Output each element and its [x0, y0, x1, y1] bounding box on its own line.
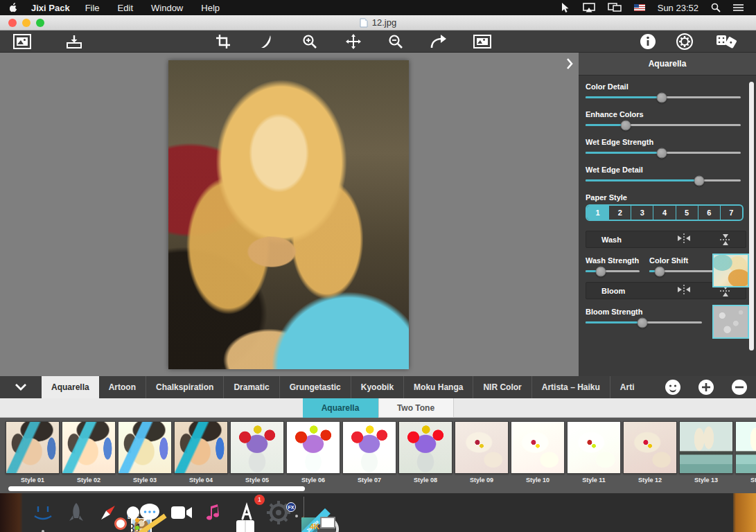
- subtab-aquarella[interactable]: Aquarella: [303, 398, 378, 418]
- close-window-button[interactable]: [8, 19, 17, 27]
- app-menu-title[interactable]: Jixi Pack: [31, 3, 70, 13]
- airplay-display-icon[interactable]: [583, 3, 595, 12]
- tab-arti-truncated[interactable]: Arti: [610, 376, 644, 398]
- tab-artista-haiku[interactable]: Artista – Haiku: [532, 376, 610, 398]
- notification-center-icon[interactable]: [733, 3, 744, 12]
- dock-finder-icon[interactable]: [28, 497, 58, 528]
- tab-artoon[interactable]: Artoon: [99, 376, 146, 398]
- window-title-bar[interactable]: 12.jpg: [0, 15, 756, 30]
- edited-photo-watercolor-portrait[interactable]: [168, 60, 409, 369]
- crop-tool-button[interactable]: [211, 32, 235, 51]
- paper-style-option-3[interactable]: 3: [631, 206, 653, 220]
- remove-pack-button[interactable]: [723, 376, 756, 398]
- share-redo-button[interactable]: [427, 32, 450, 51]
- styles-horizontal-scrollbar[interactable]: [8, 486, 305, 491]
- paper-style-option-5[interactable]: 5: [676, 206, 698, 220]
- color-detail-slider-thumb[interactable]: [656, 92, 667, 103]
- wash-texture-preview[interactable]: [712, 254, 749, 287]
- wash-collapse-vertical-icon[interactable]: [720, 233, 731, 246]
- panel-collapse-chevron-icon[interactable]: [566, 58, 573, 69]
- random-dice-button[interactable]: [714, 32, 738, 51]
- wet-edge-detail-slider[interactable]: [586, 179, 741, 181]
- style-preset-08[interactable]: Style 08: [398, 421, 452, 484]
- menu-edit[interactable]: Edit: [118, 3, 133, 13]
- paper-style-option-7[interactable]: 7: [720, 206, 742, 220]
- pointer-icon[interactable]: [561, 3, 570, 13]
- bloom-collapse-horizontal-icon[interactable]: [677, 285, 691, 297]
- strip-collapse-chevron-button[interactable]: [0, 376, 42, 398]
- subtab-two-tone[interactable]: Two Tone: [378, 398, 454, 418]
- wash-section-bar[interactable]: Wash: [586, 231, 746, 248]
- menu-window[interactable]: Window: [151, 3, 183, 13]
- paper-style-segmented-control: 1 2 3 4 5 6 7: [586, 204, 744, 221]
- dock-messages-icon[interactable]: [134, 497, 165, 528]
- move-tool-button[interactable]: [342, 32, 365, 51]
- zoom-in-button[interactable]: [298, 32, 322, 51]
- zoom-window-button[interactable]: [36, 19, 44, 27]
- add-pack-button[interactable]: [689, 376, 723, 398]
- panel-scrollbar[interactable]: [749, 82, 754, 351]
- bloom-strength-slider-thumb[interactable]: [638, 317, 648, 328]
- tab-kyoobik[interactable]: Kyoobik: [351, 376, 404, 398]
- wet-edge-strength-slider[interactable]: [586, 152, 741, 154]
- menu-file[interactable]: File: [85, 3, 100, 13]
- displays-icon[interactable]: [608, 3, 622, 12]
- wash-strength-slider-thumb[interactable]: [595, 266, 606, 276]
- paper-style-option-1[interactable]: 1: [587, 206, 608, 220]
- color-detail-slider[interactable]: [586, 96, 741, 98]
- enhance-colors-slider-thumb[interactable]: [621, 120, 631, 130]
- tab-dramatic[interactable]: Dramatic: [224, 376, 279, 398]
- menu-help[interactable]: Help: [201, 3, 220, 13]
- app-store-badge: 1: [254, 495, 265, 505]
- wet-edge-strength-slider-thumb[interactable]: [656, 148, 667, 158]
- style-preset-10[interactable]: Style 10: [511, 421, 565, 484]
- paper-style-option-4[interactable]: 4: [653, 206, 675, 220]
- main-workspace: Aquarella Color Detail Enhance Colors We…: [0, 53, 756, 376]
- style-preset-07[interactable]: Style 07: [342, 421, 396, 484]
- settings-gear-button[interactable]: [673, 32, 696, 51]
- compare-image-button[interactable]: [471, 32, 494, 51]
- style-preset-13[interactable]: Style 13: [679, 421, 733, 484]
- dock-launchpad-icon[interactable]: [61, 497, 91, 528]
- wash-collapse-horizontal-icon[interactable]: [677, 233, 691, 246]
- export-save-button[interactable]: [62, 32, 86, 51]
- style-preset-05[interactable]: Style 05: [230, 421, 284, 484]
- style-preset-02[interactable]: Style 02: [62, 421, 116, 484]
- info-button[interactable]: [636, 32, 660, 51]
- menu-clock[interactable]: Sun 23:52: [658, 3, 698, 13]
- tab-chalkspiration[interactable]: Chalkspiration: [146, 376, 224, 398]
- open-image-button[interactable]: [10, 32, 34, 51]
- tab-nir-color[interactable]: NIR Color: [473, 376, 531, 398]
- wash-strength-slider[interactable]: [586, 270, 640, 272]
- style-preset-09[interactable]: Style 09: [455, 421, 509, 484]
- jixipix-face-button[interactable]: [656, 376, 689, 398]
- enhance-colors-slider[interactable]: [586, 124, 741, 126]
- wet-edge-detail-slider-thumb[interactable]: [694, 175, 704, 186]
- dock-facetime-icon[interactable]: [166, 497, 197, 528]
- style-preset-04[interactable]: Style 04: [174, 421, 228, 484]
- style-preset-01[interactable]: Style 01: [6, 421, 60, 484]
- bloom-strength-slider[interactable]: [586, 321, 702, 323]
- canvas-area[interactable]: [0, 53, 579, 376]
- style-preset-12[interactable]: Style 12: [623, 421, 677, 484]
- dock-itunes-icon[interactable]: [198, 497, 229, 528]
- color-shift-slider-thumb[interactable]: [655, 266, 665, 276]
- paper-style-option-2[interactable]: 2: [608, 206, 631, 220]
- bloom-texture-preview[interactable]: [712, 305, 749, 339]
- style-preset-06[interactable]: Style 06: [286, 421, 340, 484]
- minimize-window-button[interactable]: [22, 19, 30, 27]
- tab-moku-hanga[interactable]: Moku Hanga: [404, 376, 473, 398]
- tab-grungetastic[interactable]: Grungetastic: [280, 376, 351, 398]
- style-preset-03[interactable]: Style 03: [118, 421, 172, 484]
- tab-aquarella[interactable]: Aquarella: [42, 376, 99, 398]
- us-flag-icon[interactable]: [634, 4, 645, 11]
- spotlight-search-icon[interactable]: [711, 3, 721, 12]
- zoom-out-button[interactable]: [384, 32, 407, 51]
- bloom-sliders-row: Bloom Strength: [586, 308, 748, 323]
- brush-tool-button[interactable]: [255, 32, 279, 51]
- paper-style-option-6[interactable]: 6: [698, 206, 720, 220]
- color-shift-slider[interactable]: [649, 270, 716, 272]
- style-preset-11[interactable]: Style 11: [567, 421, 621, 484]
- style-preset-14[interactable]: Style 14: [735, 421, 756, 484]
- apple-menu-icon[interactable]: [10, 3, 19, 13]
